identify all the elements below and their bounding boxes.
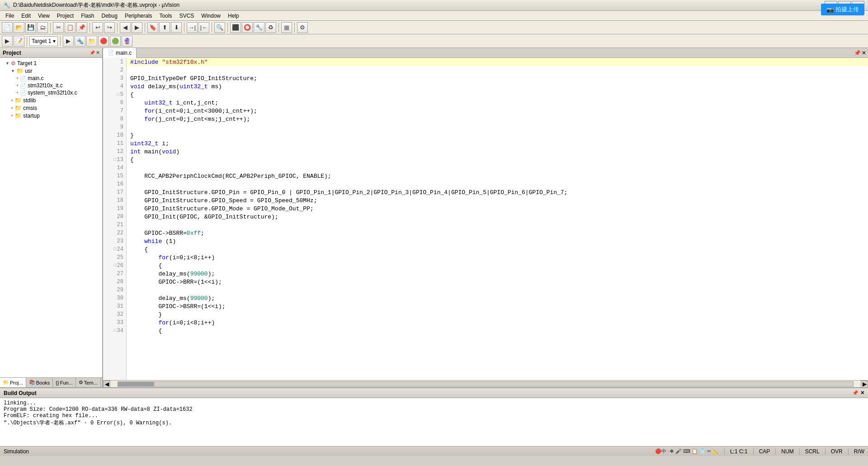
project-close-icon[interactable]: ✕ [96,50,99,55]
menu-item-flash[interactable]: Flash [77,12,98,20]
tree-target1[interactable]: ▼ ⚙ Target 1 [2,60,100,67]
code-line-28[interactable]: GPIOC->BRR=(1<<i); [127,278,868,286]
expand-stdlib[interactable]: + [11,98,13,103]
indent-button[interactable]: →| [187,22,198,33]
options-for-target-btn[interactable]: 🔩 [75,36,85,47]
menu-item-window[interactable]: Window [198,12,224,20]
new-file-button[interactable]: 📄 [2,22,13,33]
tree-cmsis[interactable]: + 📁 cmsis [2,104,100,112]
menu-item-peripherals[interactable]: Peripherals [121,12,156,20]
prev-bookmark-button[interactable]: ⬆ [159,22,170,33]
code-line-2[interactable] [127,66,868,74]
paste-button[interactable]: 📌 [76,22,87,33]
manage-project-btn[interactable]: 📁 [86,36,97,47]
code-content[interactable]: #include "stm32f10x.h" GPIO_InitTypeDef … [127,58,868,380]
code-line-29[interactable] [127,286,868,294]
code-line-32[interactable]: } [127,310,868,319]
code-line-15[interactable]: RCC_APB2PeriphClockCmd(RCC_APB2Periph_GP… [127,172,868,180]
editor-tab-mainc[interactable]: 📄 main.c [103,48,137,58]
code-line-30[interactable]: delay_ms(99000); [127,294,868,302]
expand-stm32itc[interactable]: + [16,83,19,88]
menu-item-project[interactable]: Project [53,12,77,20]
stop-button[interactable]: ⭕ [242,22,253,33]
build-output-pin[interactable]: 📌 [852,390,859,396]
menu-item-help[interactable]: Help [224,12,243,20]
options-button[interactable]: ⚙ [297,22,308,33]
menu-item-edit[interactable]: Edit [18,12,34,20]
code-line-4[interactable]: void delay_ms(uint32_t ms) [127,82,868,90]
redo-button[interactable]: ↪ [104,22,115,33]
code-line-25[interactable]: for(i=0;i<8;i++) [127,253,868,262]
upload-button[interactable]: 📷 拍摄上传 [821,4,864,15]
tree-stm32itc[interactable]: + 📄 stm32f10x_it.c [2,82,100,89]
code-line-14[interactable] [127,164,868,172]
find-button[interactable]: 🔍 [214,22,225,33]
hscroll-thumb[interactable] [118,382,154,386]
run-btn[interactable]: ▶ [63,36,74,47]
code-line-9[interactable] [127,123,868,131]
unindent-button[interactable]: |← [198,22,209,33]
bookmark-button[interactable]: 🔖 [147,22,158,33]
download-button[interactable]: ▦ [281,22,292,33]
editor-pin-icon[interactable]: 📌 [854,50,861,56]
expand-startup[interactable]: + [11,114,13,118]
save-button[interactable]: 💾 [25,22,36,33]
tree-startup[interactable]: + 📁 startup [2,112,100,119]
proj-tab-fun[interactable]: {} Fun... [53,378,75,388]
expand-target1[interactable]: ▼ [5,61,9,66]
wizzard-btn[interactable]: 🔮 [122,36,132,47]
rebuild-button[interactable]: ♻ [265,22,276,33]
led-btn[interactable]: 🟢 [110,36,121,47]
code-line-21[interactable] [127,221,868,229]
proj-tab-project[interactable]: 📁 Proj... [0,378,26,388]
debug-settings-btn[interactable]: 🔴 [98,36,109,47]
menu-item-svcs[interactable]: SVCS [176,12,198,20]
proj-tab-tem[interactable]: ⚙ Tem... [76,378,101,388]
code-line-6[interactable]: uint32_t i_cnt,j_cnt; [127,99,868,107]
menu-item-file[interactable]: File [2,12,18,20]
code-line-26[interactable]: { [127,262,868,270]
code-line-13[interactable]: { [127,156,868,164]
code-line-5[interactable]: { [127,90,868,99]
debug-start-button[interactable]: ▶ [2,36,13,47]
tree-systemc[interactable]: + 📄 system_stm32f10x.c [2,89,100,96]
expand-cmsis[interactable]: + [11,106,13,110]
code-line-27[interactable]: delay_ms(99000); [127,270,868,278]
tree-stdlib[interactable]: + 📁 stdlib [2,96,100,104]
code-line-17[interactable]: GPIO_InitStructure.GPIO_Pin = GPIO_Pin_0… [127,188,868,196]
expand-mainc[interactable]: + [16,76,19,81]
menu-item-tools[interactable]: Tools [156,12,176,20]
code-line-10[interactable]: } [127,131,868,139]
navigate-back-button[interactable]: ◀ [120,22,131,33]
code-line-33[interactable]: for(i=0;i<8;i++) [127,319,868,327]
menu-item-view[interactable]: View [34,12,53,20]
code-line-34[interactable]: { [127,327,868,335]
copy-button[interactable]: 📋 [65,22,75,33]
code-line-24[interactable]: { [127,245,868,253]
hscroll-left[interactable]: ◀ [103,380,110,388]
editor-hscroll[interactable]: ◀ ▶ [103,380,868,387]
code-line-8[interactable]: for(j_cnt=0;j_cnt<ms;j_cnt++); [127,115,868,123]
build-output-close[interactable]: ✕ [860,390,864,396]
code-line-23[interactable]: while (1) [127,237,868,245]
clean-button[interactable]: 🔧 [254,22,264,33]
proj-tab-books[interactable]: 📚 Books [26,378,53,388]
code-line-11[interactable]: uint32_t i; [127,139,868,147]
expand-usr[interactable]: ▼ [11,69,15,73]
editor-close-icon[interactable]: ✕ [862,50,866,56]
code-line-20[interactable]: GPIO_Init(GPIOC, &GPIO_InitStructure); [127,213,868,221]
open-button[interactable]: 📂 [14,22,24,33]
cut-button[interactable]: ✂ [53,22,64,33]
code-line-22[interactable]: GPIOC->BSRR=0xff; [127,229,868,237]
menu-item-debug[interactable]: Debug [98,12,121,20]
code-line-18[interactable]: GPIO_InitStructure.GPIO_Speed = GPIO_Spe… [127,196,868,204]
code-line-12[interactable]: int main(void) [127,147,868,156]
save-all-button[interactable]: 🗂 [37,22,48,33]
code-line-31[interactable]: GPIOC->BSRR=(1<<i); [127,302,868,310]
build-button[interactable]: ⬛ [230,22,241,33]
code-line-16[interactable] [127,180,868,188]
hscroll-track[interactable] [118,381,854,387]
code-line-1[interactable]: #include "stm32f10x.h" [127,58,868,66]
next-bookmark-button[interactable]: ⬇ [171,22,182,33]
tree-mainc[interactable]: + 📄 main.c [2,75,100,82]
